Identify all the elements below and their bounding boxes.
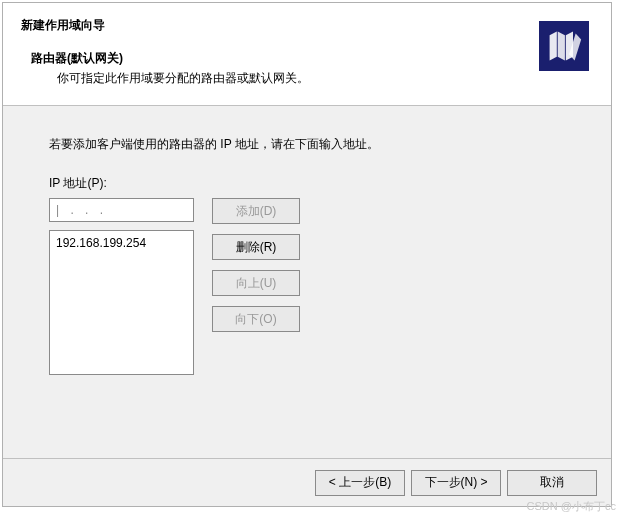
move-up-button[interactable]: 向上(U) [212,270,300,296]
next-button[interactable]: 下一步(N) > [411,470,501,496]
move-down-button[interactable]: 向下(O) [212,306,300,332]
ip-address-input[interactable]: | . . . [49,198,194,222]
remove-button[interactable]: 删除(R) [212,234,300,260]
section-title: 路由器(默认网关) [21,36,539,67]
back-button[interactable]: < 上一步(B) [315,470,405,496]
header-text-block: 新建作用域向导 路由器(默认网关) 你可指定此作用域要分配的路由器或默认网关。 [21,17,539,87]
wizard-icon [539,21,589,71]
dialog-footer: < 上一步(B) 下一步(N) > 取消 [3,458,611,506]
watermark-text: CSDN @小布丁cc [527,499,616,514]
ip-address-label: IP 地址(P): [49,175,579,192]
controls-row: | . . . 192.168.199.254 添加(D) 删除(R) 向上(U… [49,198,579,375]
dialog-body: 若要添加客户端使用的路由器的 IP 地址，请在下面输入地址。 IP 地址(P):… [3,106,611,385]
add-button[interactable]: 添加(D) [212,198,300,224]
left-column: | . . . 192.168.199.254 [49,198,194,375]
wizard-dialog: 新建作用域向导 路由器(默认网关) 你可指定此作用域要分配的路由器或默认网关。 … [2,2,612,507]
section-subtitle: 你可指定此作用域要分配的路由器或默认网关。 [21,67,539,87]
dialog-title: 新建作用域向导 [21,17,539,34]
instruction-text: 若要添加客户端使用的路由器的 IP 地址，请在下面输入地址。 [49,136,579,153]
ip-address-listbox[interactable]: 192.168.199.254 [49,230,194,375]
books-icon [546,28,582,64]
right-column: 添加(D) 删除(R) 向上(U) 向下(O) [212,198,300,332]
cancel-button[interactable]: 取消 [507,470,597,496]
dialog-header: 新建作用域向导 路由器(默认网关) 你可指定此作用域要分配的路由器或默认网关。 [3,3,611,106]
list-item[interactable]: 192.168.199.254 [56,235,187,251]
